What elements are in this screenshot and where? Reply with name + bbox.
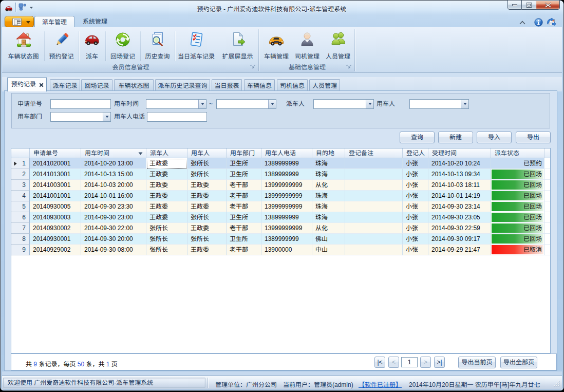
cell-destination[interactable]: 珠海 [312, 201, 345, 212]
column-header-phone[interactable]: 用车人电话 [261, 148, 312, 158]
ribbon-item-orange-car[interactable]: 车辆管理 [261, 30, 292, 64]
cell-registrar[interactable]: 小张 [403, 212, 428, 223]
page-first-button[interactable]: |< [374, 357, 385, 368]
doc-tab-0[interactable]: 预约记录 [7, 77, 47, 91]
cell-car_user[interactable]: 王政委 [187, 201, 227, 212]
cell-phone[interactable]: 13900000 [261, 245, 312, 255]
cell-request_no[interactable]: 20140930005 [30, 201, 81, 212]
page-next-button[interactable]: > [420, 357, 431, 368]
column-header-use_time[interactable]: 用车时间 [81, 148, 146, 158]
cell-status[interactable]: 已回场 [491, 191, 544, 201]
column-header-accept_time[interactable]: 受理时间 [428, 148, 491, 158]
ribbon-item-recycle[interactable]: 回场登记 [105, 30, 140, 64]
cell-use_time[interactable]: 2014-09-30 23:30 [81, 201, 146, 212]
column-header-dispatcher[interactable]: 派车人 [146, 148, 187, 158]
cell-department[interactable]: 老干部 [227, 223, 261, 234]
dropdown-button[interactable] [198, 100, 206, 108]
cell-phone[interactable]: 1389999999 [261, 212, 312, 223]
request-no-input[interactable] [50, 99, 111, 109]
table-row[interactable]: 8 20140930001 2014-09-30 20:00 张所长 张所长 卫… [11, 234, 550, 245]
column-header-request_no[interactable]: 申请单号 [30, 148, 81, 158]
cell-department[interactable]: 老干部 [227, 201, 261, 212]
cell-remark[interactable] [345, 169, 403, 180]
cell-request_no[interactable]: 20140930002 [30, 223, 81, 234]
tab-close-button[interactable] [39, 83, 44, 87]
ribbon-item-doc-search[interactable]: 历史查询 [140, 30, 175, 64]
cell-use_time[interactable]: 2014-09-30 23:00 [81, 212, 146, 223]
ribbon-tab-1[interactable]: 系统管理 [76, 16, 115, 27]
table-row[interactable]: 5 20140930005 2014-09-30 23:30 王政委 王政委 老… [11, 201, 550, 212]
cell-remark[interactable] [345, 158, 403, 169]
cell-use_time[interactable]: 2014-09-30 22:00 [81, 223, 146, 234]
cell-phone[interactable]: 13999999999 [261, 201, 312, 212]
ribbon-item-house[interactable]: 车辆状态图 [3, 30, 44, 64]
cell-destination[interactable]: 从化 [312, 180, 345, 191]
cell-department[interactable]: 卫生所 [227, 234, 261, 245]
cell-department[interactable]: 老干部 [227, 245, 261, 255]
dropdown-button[interactable] [103, 113, 110, 121]
close-button[interactable] [536, 0, 560, 10]
dropdown-button[interactable] [461, 100, 468, 108]
cell-status[interactable]: 已回场 [491, 212, 544, 223]
cell-request_no[interactable]: 20140929002 [30, 245, 81, 255]
ribbon-item-driver[interactable]: 司机管理 [292, 30, 323, 64]
cell-registrar[interactable]: 小张 [403, 234, 428, 245]
cell-destination[interactable]: 从化 [312, 223, 345, 234]
cell-phone[interactable]: 1389999999 [261, 158, 312, 169]
cell-department[interactable]: 老干部 [227, 191, 261, 201]
cell-phone[interactable]: 13999999999 [261, 223, 312, 234]
cell-accept_time[interactable]: 2014-10-01 14:19 [428, 191, 491, 201]
cell-phone[interactable]: 13999999999 [261, 191, 312, 201]
cell-registrar[interactable]: 小张 [403, 245, 428, 255]
cell-status[interactable]: 已回场 [491, 223, 544, 234]
cell-accept_time[interactable]: 2014-09-30 23:14 [428, 201, 491, 212]
cell-car_user[interactable]: 张所长 [187, 158, 227, 169]
cell-accept_time[interactable]: 2014-09-30 22:59 [428, 223, 491, 234]
column-header-destination[interactable]: 目的地 [312, 148, 345, 158]
table-row[interactable]: 7 20140930002 2014-09-30 22:00 张所长 王政委 老… [11, 223, 550, 234]
table-row[interactable]: 6 20140930003 2014-09-30 23:00 王政委 张所长 卫… [11, 212, 550, 223]
cell-use_time[interactable]: 2014-10-01 16:00 [81, 191, 146, 201]
logout-button[interactable] [547, 18, 556, 27]
cell-use_time[interactable]: 2014-09-30 08:00 [81, 245, 146, 255]
cell-remark[interactable] [345, 223, 403, 234]
table-row[interactable]: 1 20141020001 2014-10-20 13:00 王政委 张所长 卫… [11, 158, 550, 169]
cell-destination[interactable]: 珠海 [312, 158, 345, 169]
page-prev-button[interactable]: < [388, 357, 399, 368]
cell-request_no[interactable]: 20140930001 [30, 234, 81, 245]
quick-access-button[interactable] [18, 3, 35, 12]
cell-status[interactable]: 已回场 [491, 234, 544, 245]
cell-car_user[interactable]: 张所长 [187, 169, 227, 180]
cell-status[interactable]: 已回场 [491, 180, 544, 191]
cell-car_user[interactable]: 张所长 [187, 234, 227, 245]
cell-department[interactable]: 卫生所 [227, 212, 261, 223]
column-header-registrar[interactable]: 登记人 [403, 148, 428, 158]
cell-department[interactable]: 老干部 [227, 180, 261, 191]
cell-accept_time[interactable]: 2014-10-03 18:11 [428, 180, 491, 191]
department-dropdown[interactable] [50, 112, 111, 122]
cell-use_time[interactable]: 2014-10-03 20:00 [81, 180, 146, 191]
cell-request_no[interactable]: 20140930003 [30, 212, 81, 223]
doc-tab-5[interactable]: 当日报表 [212, 79, 242, 91]
new-button[interactable]: 新建 [438, 132, 473, 143]
cell-use_time[interactable]: 2014-10-20 13:00 [81, 158, 146, 169]
doc-tab-2[interactable]: 回场记录 [81, 79, 112, 91]
cell-remark[interactable] [345, 180, 403, 191]
license-link[interactable]: 【软件已注册】 [359, 380, 402, 388]
minimize-button[interactable] [507, 0, 522, 10]
cell-accept_time[interactable]: 2014-09-30 23:05 [428, 212, 491, 223]
ribbon-item-pencil[interactable]: 预约登记 [44, 30, 79, 64]
cell-use_time[interactable]: 2014-09-30 20:00 [81, 234, 146, 245]
ribbon-item-red-car[interactable]: 派车 [79, 30, 105, 64]
car-user-dropdown[interactable] [409, 99, 469, 109]
page-last-button[interactable]: >| [434, 357, 445, 368]
ribbon-collapse-button[interactable] [519, 20, 526, 25]
cell-car_user[interactable]: 王政委 [187, 245, 227, 255]
doc-tab-3[interactable]: 车辆状态图 [114, 79, 154, 91]
cell-phone[interactable]: 1389999999 [261, 234, 312, 245]
doc-tab-6[interactable]: 车辆信息 [244, 79, 275, 91]
cell-car_user[interactable]: 王政委 [187, 180, 227, 191]
ribbon-item-page-arrow[interactable]: 扩展屏显示 [218, 30, 257, 64]
cell-request_no[interactable]: 20141003001 [30, 180, 81, 191]
ribbon-item-checklist[interactable]: 当日派车记录 [175, 30, 218, 64]
